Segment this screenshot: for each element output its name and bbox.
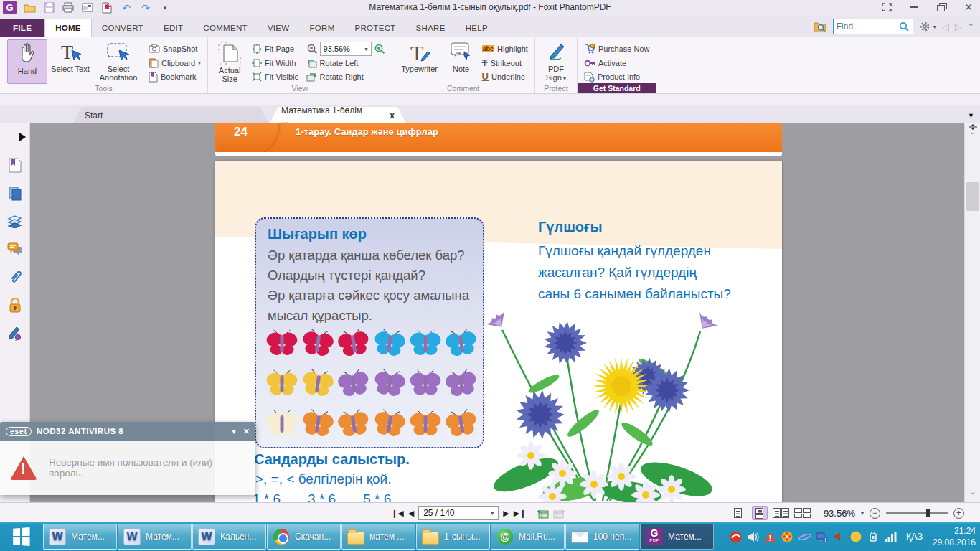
save-icon[interactable] [42,1,55,14]
clipboard-button[interactable]: Clipboard ▾ [146,57,203,70]
zoom-in-button[interactable]: + [953,508,964,519]
page-indicator-box[interactable]: 25 / 140▾ [418,506,499,520]
undo-icon[interactable]: ↶ [120,1,133,14]
single-page-view-icon[interactable] [730,506,746,520]
tray-alert-triangle-icon[interactable]: ! [764,531,776,543]
redo-icon[interactable]: ↷ [139,1,152,14]
purchase-now-button[interactable]: Purchase Now [582,42,652,55]
ribbon-tab-file[interactable]: FILE [0,19,44,37]
zoom-slider-handle[interactable] [926,509,930,517]
typewriter-button[interactable]: T Typewriter [397,39,443,84]
previous-page-button[interactable]: ◀ [408,509,414,518]
rotate-left-button[interactable]: Rotate Left [304,57,387,70]
last-page-button[interactable]: ▶❙ [514,509,527,518]
tray-volume-icon[interactable] [747,531,759,543]
continuous-view-icon[interactable] [752,506,768,520]
next-page-button[interactable]: ▶ [503,509,509,518]
taskbar-button-mailru[interactable]: @Mail.Ru... [491,524,565,550]
status-zoom-dropdown-icon[interactable]: ▾ [861,510,864,517]
previous-view-icon[interactable] [536,508,549,519]
zoom-combobox[interactable]: 93.56%▾ [320,42,372,56]
rotate-right-button[interactable]: Rotate Right [304,71,387,84]
eset-close-icon[interactable]: ✕ [243,427,250,436]
attachments-panel-icon[interactable] [7,269,23,285]
comments-panel-icon[interactable] [7,241,23,257]
fit-width-button[interactable]: Fit Width [250,57,301,70]
ribbon-tab-comment[interactable]: COMMENT [193,19,258,37]
product-info-button[interactable]: Product Info [582,70,652,83]
new-document-icon[interactable] [100,1,113,14]
ribbon-tab-convert[interactable]: CONVERT [92,19,154,37]
eset-notification-header[interactable]: eset NOD32 ANTIVIRUS 8 ▾ ✕ [0,422,255,441]
fullscreen-button[interactable] [880,1,894,13]
scroll-down-arrow[interactable]: ⌄ [967,488,979,496]
language-indicator[interactable]: ҚАЗ [906,532,923,542]
tray-power-plug-icon[interactable] [867,531,880,543]
bookmarks-panel-icon[interactable] [7,157,23,173]
tab-document[interactable]: Математика 1-бөлім ... x [270,107,406,123]
ribbon-tab-form[interactable]: FORM [299,19,344,37]
restore-button[interactable] [934,1,948,13]
activate-button[interactable]: Activate [582,57,652,70]
status-zoom-value[interactable]: 93.56% [824,508,855,519]
layers-panel-icon[interactable] [7,213,23,229]
ribbon-tab-help[interactable]: HELP [456,19,498,37]
taskbar-button-word[interactable]: WКальен... [192,524,266,550]
zoom-in-icon[interactable] [374,43,385,55]
zoom-slider[interactable] [886,512,948,514]
taskbar-button-foxit[interactable]: GPDFМатем... [640,524,714,550]
collapse-ribbon-icon[interactable]: ⌃ [968,22,974,32]
search-icon[interactable] [898,21,910,32]
zoom-out-icon[interactable] [306,43,318,55]
print-icon[interactable] [62,1,75,14]
split-view-handle-icon[interactable] [967,123,979,131]
taskbar-button-word[interactable]: WМатем... [118,524,192,550]
panel-expand-arrow-icon[interactable] [4,129,26,145]
strikeout-button[interactable]: T Strikeout [480,57,530,70]
taskbar-button-folder[interactable]: 1-сыны... [416,524,490,550]
tab-overflow-icon[interactable]: ▼ [968,112,974,119]
find-previous-icon[interactable]: ◁ [942,22,949,32]
highlight-button[interactable]: abc Highlight [480,42,530,55]
select-text-button[interactable]: T Select Text [50,39,90,84]
vertical-scrollbar[interactable]: ⌃ ⌄ [964,123,980,502]
taskbar-button-mail[interactable]: 100 неп... [565,524,639,550]
ribbon-tab-edit[interactable]: EDIT [154,19,193,37]
tab-close-icon[interactable]: x [390,110,395,121]
zoom-out-button[interactable]: − [870,508,880,519]
find-in-files-icon[interactable] [814,21,827,32]
taskbar-clock[interactable]: 21:24 29.08.2016 [933,525,976,548]
qat-customize-icon[interactable]: ▾ [159,1,171,14]
pdf-sign-button[interactable]: PDF Sign ▾ [540,39,573,84]
find-next-icon[interactable]: ▷ [955,22,962,32]
tray-audio-device-icon[interactable] [833,531,845,543]
tray-daemon-tools-icon[interactable] [850,531,862,543]
ribbon-tab-home[interactable]: HOME [44,19,92,37]
tray-network-alert-icon[interactable]: ! [816,531,828,543]
next-view-icon[interactable] [553,508,566,519]
underline-button[interactable]: U Underline [480,70,530,83]
fit-visible-button[interactable]: Fit Visible [250,70,301,83]
minimize-button[interactable] [907,1,921,13]
tray-eset-tray-icon[interactable] [781,531,793,543]
security-panel-icon[interactable] [7,297,23,313]
pages-panel-icon[interactable] [7,185,23,201]
start-button[interactable] [0,522,42,551]
hand-tool-button[interactable]: Hand [7,39,47,84]
scroll-thumb[interactable] [966,182,979,211]
eset-collapse-icon[interactable]: ▾ [232,427,236,436]
email-icon[interactable] [81,1,94,14]
select-annotation-button[interactable]: Select Annotation [93,39,143,84]
tab-start[interactable]: Start [73,107,268,123]
tray-planet-icon[interactable] [798,531,811,543]
first-page-button[interactable]: ❙◀ [391,509,404,518]
close-button[interactable]: ✕ [961,1,976,13]
fit-page-button[interactable]: Fit Page [250,42,301,55]
signature-panel-icon[interactable] [7,325,23,341]
bookmark-button[interactable]: Bookmark [146,70,203,83]
ribbon-tab-view[interactable]: VIEW [258,19,300,37]
ribbon-tab-share[interactable]: SHARE [406,19,456,37]
open-icon[interactable] [23,1,36,14]
find-options-gear-icon[interactable]: ▾ [919,21,936,33]
facing-view-icon[interactable] [773,506,789,520]
